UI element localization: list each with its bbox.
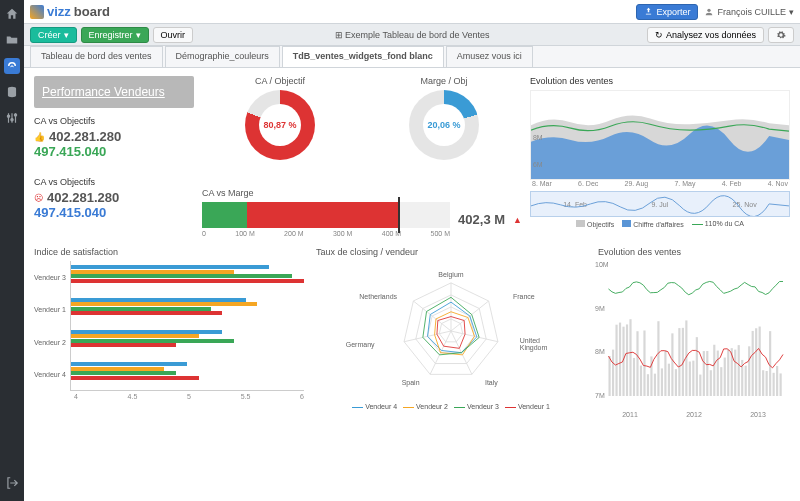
marge-chart[interactable] [202,202,450,228]
svg-rect-48 [699,375,701,396]
marge-card: CA vs Marge 0100 M200 M300 M400 M500 M 4… [202,188,522,237]
svg-rect-64 [755,328,757,396]
svg-rect-25 [619,323,621,396]
open-button[interactable]: Ouvrir [153,27,194,43]
svg-text:8M: 8M [533,134,543,141]
svg-rect-66 [762,370,764,396]
svg-rect-33 [647,374,649,396]
warning-icon: ▲ [513,215,522,225]
perf-title: Performance Vendeurs [34,76,194,108]
svg-rect-32 [643,330,645,396]
tab-2[interactable]: TdB_ventes_widgets_fond blanc [282,46,444,67]
logo-icon [30,5,44,19]
topbar: vizzboard Exporter François CUILLE▾ [24,0,800,24]
user-menu[interactable]: François CUILLE▾ [704,7,794,17]
svg-rect-62 [748,346,750,396]
svg-rect-31 [640,366,642,396]
radar-legend: Vendeur 4 Vendeur 2 Vendeur 3 Vendeur 1 [316,403,586,410]
svg-rect-35 [654,374,656,396]
left-sidebar [0,0,24,501]
evo-chart[interactable]: 8M 6M [530,90,790,180]
folder-icon[interactable] [4,32,20,48]
evo2-card: Evolution des ventes 10M9M8M7M 201120122… [598,247,790,501]
kpi-1: CA vs Objectifs 👍402.281.280 497.415.040 [34,116,194,159]
svg-rect-27 [626,324,628,396]
evo-card: Evolution des ventes 8M 6M 8. Mar6. Dec2… [530,76,790,228]
create-button[interactable]: Créer ▾ [30,27,77,43]
svg-rect-53 [717,351,719,396]
analyze-button[interactable]: ↻ Analysez vos données [647,27,764,43]
svg-rect-29 [633,358,635,396]
svg-rect-59 [738,345,740,396]
thumb-up-icon: 👍 [34,132,45,142]
gauge-icon[interactable] [4,58,20,74]
svg-rect-51 [710,370,712,396]
dashboard-title: ⊞ Exemple Tableau de bord de Ventes [335,30,490,40]
svg-rect-52 [713,345,715,396]
svg-rect-37 [661,368,663,396]
radar-chart[interactable]: BelgiumFranceUnited KingdomItalySpainGer… [316,261,586,401]
svg-rect-39 [668,364,670,396]
svg-point-1 [7,115,9,117]
svg-rect-36 [657,321,659,396]
svg-rect-58 [734,350,736,396]
svg-rect-24 [615,325,617,396]
svg-rect-45 [689,362,691,396]
svg-rect-61 [745,366,747,396]
svg-rect-68 [769,331,771,396]
svg-text:6M: 6M [533,161,543,168]
sliders-icon[interactable] [4,110,20,126]
svg-rect-69 [773,373,775,396]
logo: vizzboard [30,4,110,19]
chevron-down-icon: ▾ [789,7,794,17]
svg-point-3 [14,114,16,116]
tab-3[interactable]: Amusez vous ici [446,46,533,67]
database-icon[interactable] [4,84,20,100]
svg-rect-22 [608,356,610,396]
svg-rect-23 [612,350,614,396]
gear-button[interactable] [768,27,794,43]
svg-rect-56 [727,349,729,396]
satisfaction-chart[interactable]: Vendeur 3Vendeur 1Vendeur 2Vendeur 4 [34,261,304,391]
svg-rect-40 [671,333,673,396]
svg-rect-28 [629,319,631,396]
svg-rect-30 [636,331,638,396]
exit-icon[interactable] [4,475,20,491]
home-icon[interactable] [4,6,20,22]
svg-rect-54 [720,367,722,396]
svg-rect-55 [724,358,726,396]
svg-rect-50 [706,351,708,396]
svg-rect-46 [692,361,694,396]
radar-card: Taux de closing / vendeur BelgiumFranceU… [316,247,586,501]
tab-0[interactable]: Tableau de bord des ventes [30,46,163,67]
export-button[interactable]: Exporter [636,4,698,20]
svg-rect-38 [664,350,666,396]
svg-rect-67 [766,371,768,396]
save-button[interactable]: Enregistrer ▾ [81,27,149,43]
svg-rect-71 [780,373,782,396]
svg-rect-63 [752,331,754,396]
svg-point-2 [11,119,13,121]
svg-rect-65 [759,327,761,396]
tabs: Tableau de bord des ventes Démographie_c… [24,46,800,68]
svg-rect-49 [703,351,705,396]
svg-rect-70 [776,366,778,396]
svg-rect-42 [678,328,680,396]
evo2-chart[interactable]: 10M9M8M7M [598,261,790,411]
toolbar: Créer ▾ Enregistrer ▾ Ouvrir ⊞ Exemple T… [24,24,800,46]
tab-1[interactable]: Démographie_couleurs [165,46,280,67]
svg-point-4 [708,8,711,11]
svg-rect-47 [696,337,698,396]
satisfaction-card: Indice de satisfaction Vendeur 3Vendeur … [34,247,304,501]
svg-rect-41 [675,369,677,396]
content: Performance Vendeurs CA vs Objectifs 👍40… [24,68,800,501]
spark-overview[interactable]: 14. Feb9. Jul25. Nov [530,191,790,217]
